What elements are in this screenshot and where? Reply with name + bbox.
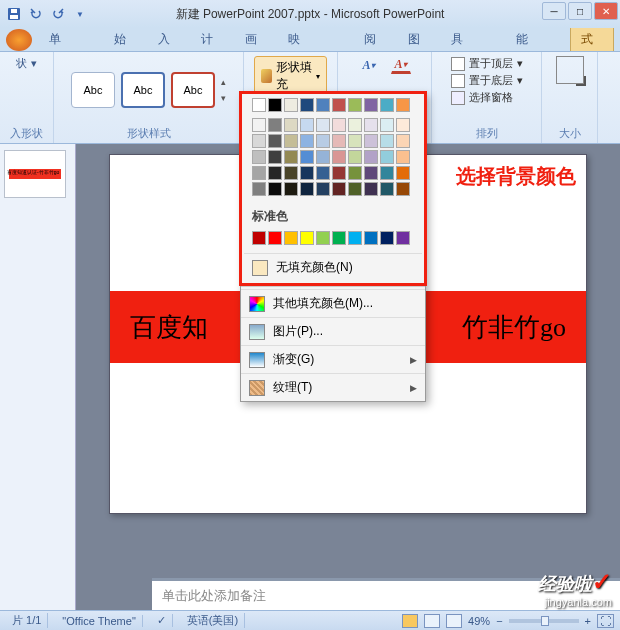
undo-icon[interactable] (26, 4, 46, 24)
color-swatch[interactable] (364, 231, 378, 245)
color-swatch[interactable] (284, 166, 298, 180)
fit-window-button[interactable]: ⛶ (597, 614, 614, 628)
color-swatch[interactable] (300, 118, 314, 132)
language-indicator[interactable]: 英语(美国) (181, 613, 245, 628)
minimize-button[interactable]: ─ (542, 2, 566, 20)
color-swatch[interactable] (300, 98, 314, 112)
color-swatch[interactable] (300, 150, 314, 164)
color-swatch[interactable] (364, 118, 378, 132)
color-swatch[interactable] (348, 98, 362, 112)
color-swatch[interactable] (348, 134, 362, 148)
color-swatch[interactable] (332, 134, 346, 148)
sorter-view-button[interactable] (424, 614, 440, 628)
bring-to-front[interactable]: 置于顶层 ▾ (451, 56, 523, 71)
color-swatch[interactable] (252, 150, 266, 164)
color-swatch[interactable] (300, 231, 314, 245)
color-swatch[interactable] (332, 166, 346, 180)
color-swatch[interactable] (268, 98, 282, 112)
color-swatch[interactable] (364, 150, 378, 164)
color-swatch[interactable] (348, 118, 362, 132)
picture-fill-item[interactable]: 图片(P)... (241, 317, 425, 345)
color-swatch[interactable] (380, 98, 394, 112)
color-swatch[interactable] (364, 98, 378, 112)
color-swatch[interactable] (332, 150, 346, 164)
color-swatch[interactable] (316, 134, 330, 148)
zoom-out-button[interactable]: − (496, 615, 502, 627)
color-swatch[interactable] (364, 182, 378, 196)
style-preset-2[interactable]: Abc (121, 72, 165, 108)
color-swatch[interactable] (252, 231, 266, 245)
color-swatch[interactable] (252, 134, 266, 148)
color-swatch[interactable] (316, 150, 330, 164)
text-outline-icon[interactable]: A▾ (391, 56, 411, 74)
color-swatch[interactable] (284, 150, 298, 164)
spellcheck-icon[interactable]: ✓ (151, 614, 173, 627)
zoom-in-button[interactable]: + (585, 615, 591, 627)
qat-dropdown-icon[interactable]: ▼ (70, 4, 90, 24)
style-preset-3[interactable]: Abc (171, 72, 215, 108)
color-swatch[interactable] (396, 98, 410, 112)
color-swatch[interactable] (348, 182, 362, 196)
color-swatch[interactable] (252, 182, 266, 196)
color-swatch[interactable] (348, 166, 362, 180)
style-gallery-down[interactable]: ▾ (221, 93, 226, 103)
color-swatch[interactable] (268, 118, 282, 132)
color-swatch[interactable] (380, 166, 394, 180)
color-swatch[interactable] (396, 166, 410, 180)
color-swatch[interactable] (284, 118, 298, 132)
office-button[interactable] (6, 29, 32, 51)
color-swatch[interactable] (396, 150, 410, 164)
color-swatch[interactable] (284, 134, 298, 148)
color-swatch[interactable] (252, 166, 266, 180)
shape-dropdown[interactable]: 状 ▾ (16, 56, 36, 71)
no-fill-item[interactable]: 无填充颜色(N) (244, 253, 422, 281)
zoom-level[interactable]: 49% (468, 615, 490, 627)
color-swatch[interactable] (316, 166, 330, 180)
slide-thumbnail-1[interactable]: 百度知道认证-竹非竹go (4, 150, 66, 198)
color-swatch[interactable] (332, 231, 346, 245)
color-swatch[interactable] (396, 182, 410, 196)
color-swatch[interactable] (332, 118, 346, 132)
color-swatch[interactable] (380, 150, 394, 164)
close-button[interactable]: ✕ (594, 2, 618, 20)
color-swatch[interactable] (316, 118, 330, 132)
color-swatch[interactable] (348, 150, 362, 164)
color-swatch[interactable] (364, 134, 378, 148)
color-swatch[interactable] (284, 182, 298, 196)
color-swatch[interactable] (316, 182, 330, 196)
color-swatch[interactable] (332, 98, 346, 112)
shape-fill-button[interactable]: 形状填充 ▾ (254, 56, 327, 96)
color-swatch[interactable] (268, 182, 282, 196)
more-colors-item[interactable]: 其他填充颜色(M)... (241, 289, 425, 317)
slideshow-view-button[interactable] (446, 614, 462, 628)
gradient-fill-item[interactable]: 渐变(G) ▶ (241, 345, 425, 373)
zoom-slider[interactable] (509, 619, 579, 623)
color-swatch[interactable] (284, 231, 298, 245)
color-swatch[interactable] (380, 182, 394, 196)
color-swatch[interactable] (316, 98, 330, 112)
color-swatch[interactable] (300, 134, 314, 148)
color-swatch[interactable] (316, 231, 330, 245)
save-icon[interactable] (4, 4, 24, 24)
send-to-back[interactable]: 置于底层 ▾ (451, 73, 523, 88)
texture-fill-item[interactable]: 纹理(T) ▶ (241, 373, 425, 401)
color-swatch[interactable] (380, 134, 394, 148)
selection-pane[interactable]: 选择窗格 (451, 90, 513, 105)
style-gallery-up[interactable]: ▴ (221, 77, 226, 87)
color-swatch[interactable] (268, 231, 282, 245)
text-fill-icon[interactable]: A▾ (359, 56, 379, 74)
color-swatch[interactable] (380, 231, 394, 245)
redo-icon[interactable] (48, 4, 68, 24)
size-icon[interactable] (556, 56, 584, 84)
color-swatch[interactable] (348, 231, 362, 245)
color-swatch[interactable] (364, 166, 378, 180)
color-swatch[interactable] (268, 134, 282, 148)
color-swatch[interactable] (396, 231, 410, 245)
normal-view-button[interactable] (402, 614, 418, 628)
color-swatch[interactable] (396, 134, 410, 148)
color-swatch[interactable] (380, 118, 394, 132)
color-swatch[interactable] (252, 118, 266, 132)
color-swatch[interactable] (252, 98, 266, 112)
color-swatch[interactable] (300, 166, 314, 180)
color-swatch[interactable] (284, 98, 298, 112)
